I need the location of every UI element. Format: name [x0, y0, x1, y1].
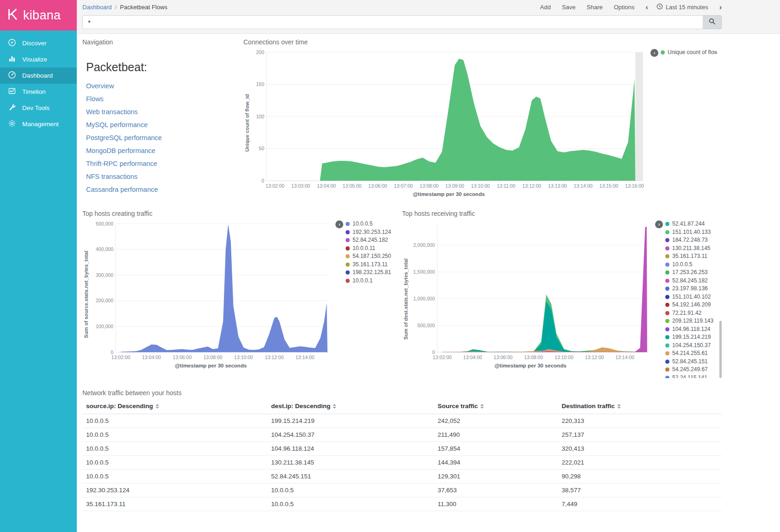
- legend-item[interactable]: 52.24.115.141: [665, 374, 713, 379]
- svg-text:13:10:00: 13:10:00: [471, 183, 490, 189]
- creating-traffic-area-chart[interactable]: 0100,000200,000300,000400,000500,00013:0…: [90, 220, 332, 361]
- main-area: Dashboard / Packetbeat Flows Add Save Sh…: [77, 0, 780, 532]
- legend-item[interactable]: 52.84.245.182: [346, 236, 391, 245]
- options-button[interactable]: Options: [614, 4, 635, 11]
- time-forward-button[interactable]: ›: [719, 4, 722, 11]
- legend-item[interactable]: 104.254.150.37: [665, 342, 713, 350]
- legend-item[interactable]: 23.197.98.136: [665, 285, 713, 293]
- panel-navigation: Navigation Packetbeat: OverviewFlowsWeb …: [82, 37, 243, 197]
- legend-color-dot: [665, 238, 669, 242]
- sidebar-item-management[interactable]: Management: [0, 116, 77, 132]
- chart-legend: › Unique count of flow...: [647, 49, 717, 197]
- legend-label: 10.0.0.5: [672, 261, 692, 269]
- legend-item[interactable]: 209.128.119.143: [665, 317, 713, 325]
- legend-item[interactable]: 151.101.40.102: [665, 293, 713, 301]
- legend-item[interactable]: Unique count of flow...: [661, 49, 717, 57]
- legend-item[interactable]: 130.211.38.145: [665, 245, 713, 253]
- x-axis-title: @timestamp per 30 seconds: [495, 363, 567, 368]
- sidebar-item-dashboard[interactable]: Dashboard: [0, 67, 77, 84]
- legend-item[interactable]: 104.96.118.124: [665, 325, 713, 334]
- nav-link-mysql-performance[interactable]: MySQL performance: [86, 118, 243, 131]
- legend-scrollbar[interactable]: [719, 321, 722, 378]
- legend-color-dot: [665, 246, 669, 251]
- legend-item[interactable]: 54.192.146.209: [665, 301, 713, 309]
- legend-item[interactable]: 54.187.150.250: [346, 252, 391, 261]
- svg-text:13:15:00: 13:15:00: [600, 183, 619, 189]
- legend-label: 184.72.248.73: [672, 236, 708, 245]
- search-button[interactable]: [703, 15, 722, 29]
- table-cell: 320,413: [558, 442, 722, 456]
- table-cell: 257,137: [558, 428, 722, 442]
- column-header-source-traffic[interactable]: Source traffic: [434, 398, 558, 414]
- timepicker-button[interactable]: Last 15 minutes: [656, 3, 708, 11]
- kibana-app: kibana Discover Visualize Dashboard Time…: [0, 0, 780, 532]
- nav-link-mongodb-performance[interactable]: MongoDB performance: [86, 144, 243, 157]
- search-input[interactable]: [82, 15, 703, 29]
- legend-item[interactable]: 72.21.91.42: [665, 309, 713, 318]
- legend-toggle-button[interactable]: ›: [655, 220, 663, 228]
- legend-toggle-button[interactable]: ›: [650, 49, 658, 57]
- legend-item[interactable]: 10.0.0.1: [346, 277, 391, 285]
- legend-label: 10.0.0.1: [353, 277, 372, 285]
- legend-color-dot: [346, 263, 350, 267]
- table-cell: 199.15.214.219: [267, 414, 434, 428]
- legend-item[interactable]: 192.30.253.124: [346, 228, 391, 237]
- legend-item[interactable]: 10.0.0.5: [346, 220, 391, 228]
- legend-color-dot: [665, 351, 669, 355]
- add-button[interactable]: Add: [540, 4, 551, 11]
- legend-item[interactable]: 17.253.26.253: [665, 269, 713, 277]
- table-cell: 90,298: [558, 470, 722, 483]
- legend-item[interactable]: 10.0.0.11: [346, 245, 391, 253]
- legend-item[interactable]: 10.0.0.5: [665, 261, 713, 269]
- share-button[interactable]: Share: [587, 4, 603, 11]
- legend-item[interactable]: 199.15.214.219: [665, 333, 713, 342]
- sidebar-item-dev-tools[interactable]: Dev Tools: [0, 100, 77, 116]
- legend-color-dot: [665, 376, 669, 378]
- legend-item[interactable]: 52.84.245.151: [665, 358, 713, 366]
- receiving-traffic-area-chart[interactable]: 0500,0001,000,0001,500,0002,000,00013:02…: [409, 220, 651, 361]
- kibana-logo-text: kibana: [23, 8, 61, 23]
- sidebar-item-label: Timelion: [22, 88, 46, 95]
- legend-item[interactable]: 52.84.245.182: [665, 277, 713, 285]
- legend-label: 198.232.125.81: [353, 269, 391, 277]
- legend-item[interactable]: 54.245.249.67: [665, 366, 713, 374]
- table-cell: 35.161.173.11: [82, 497, 267, 511]
- nav-link-web-transactions[interactable]: Web transactions: [86, 105, 243, 118]
- sidebar-item-discover[interactable]: Discover: [0, 35, 77, 51]
- svg-text:13:06:00: 13:06:00: [368, 183, 387, 189]
- column-header-destination-traffic[interactable]: Destination traffic: [558, 398, 722, 414]
- legend-item[interactable]: 184.72.248.73: [665, 236, 713, 245]
- legend-item[interactable]: 35.161.173.11: [665, 252, 713, 261]
- column-header-dest-ip[interactable]: dest.ip: Descending: [267, 398, 434, 414]
- time-back-button[interactable]: ‹: [646, 4, 648, 11]
- column-header-source-ip[interactable]: source.ip: Descending: [82, 398, 267, 414]
- sidebar-item-timelion[interactable]: Timelion: [0, 84, 77, 100]
- legend-item[interactable]: 52.41.87.244: [665, 220, 713, 228]
- legend-item[interactable]: 198.232.125.81: [346, 269, 391, 277]
- connections-area-chart[interactable]: 05010015020013:02:0013:03:0013:04:0013:0…: [251, 49, 647, 190]
- sort-icon: [617, 404, 621, 409]
- sidebar-item-visualize[interactable]: Visualize: [0, 51, 77, 67]
- save-button[interactable]: Save: [562, 4, 576, 11]
- table-row: 10.0.0.5130.211.38.145144,394222,021: [82, 456, 722, 470]
- legend-toggle-button[interactable]: ›: [335, 220, 343, 228]
- nav-link-flows[interactable]: Flows: [86, 92, 243, 105]
- legend-color-dot: [665, 327, 669, 331]
- svg-text:50: 50: [259, 146, 264, 151]
- svg-text:400,000: 400,000: [96, 246, 113, 252]
- nav-link-postgresql-performance[interactable]: PostgreSQL performance: [86, 131, 243, 144]
- nav-link-overview[interactable]: Overview: [86, 79, 243, 92]
- y-axis-title: Sum of source.stats.net_bytes_total: [82, 220, 90, 368]
- panel-title: Top hosts creating traffic: [82, 209, 402, 219]
- legend-item[interactable]: 54.214.255.61: [665, 349, 713, 358]
- nav-link-thrift-rpc-performance[interactable]: Thrift-RPC performance: [86, 157, 243, 170]
- nav-link-cassandra-performance[interactable]: Cassandra performance: [86, 183, 243, 196]
- legend-item[interactable]: 151.101.40.133: [665, 228, 713, 237]
- breadcrumb-dashboard-link[interactable]: Dashboard: [82, 4, 112, 11]
- legend-label: 130.211.38.145: [672, 245, 711, 253]
- navigation-links: OverviewFlowsWeb transactionsMySQL perfo…: [82, 79, 243, 196]
- legend-item[interactable]: 35.161.173.11: [346, 261, 391, 269]
- kibana-logo[interactable]: kibana: [0, 0, 77, 31]
- legend-color-dot: [346, 222, 350, 226]
- nav-link-nfs-transactions[interactable]: NFS transactions: [86, 170, 243, 183]
